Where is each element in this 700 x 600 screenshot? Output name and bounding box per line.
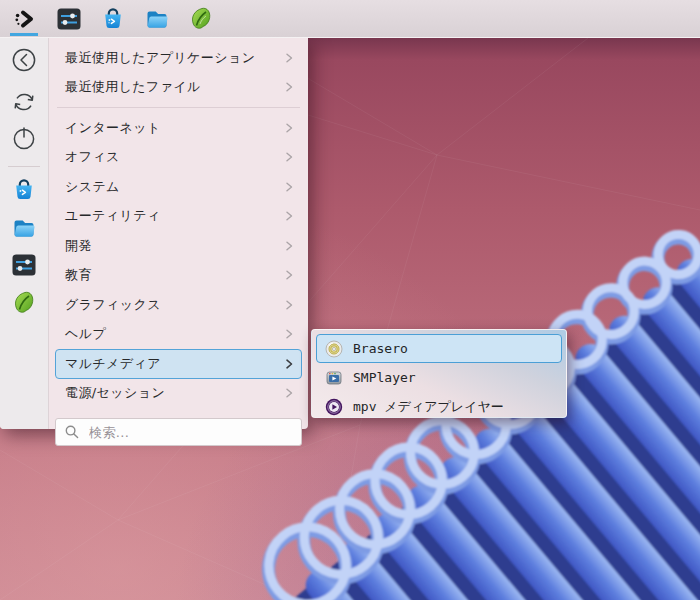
- shutdown-button[interactable]: [10, 124, 38, 152]
- chevron-right-icon: [283, 239, 295, 253]
- sidebar-leaf-app-button[interactable]: [10, 289, 38, 317]
- menu-item-label: インターネット: [65, 119, 161, 137]
- application-launcher-menu: 最近使用したアプリケーション 最近使用したファイル インターネット オフィス シ…: [0, 38, 308, 429]
- chevron-right-icon: [283, 150, 295, 164]
- menu-item-office[interactable]: オフィス: [55, 143, 302, 173]
- menu-item-power-session[interactable]: 電源/セッション: [55, 379, 302, 409]
- file-manager-icon: [144, 6, 170, 32]
- sidebar-discover-button[interactable]: [10, 176, 38, 204]
- menu-item-label: システム: [65, 178, 120, 196]
- submenu-item-brasero[interactable]: Brasero: [316, 334, 562, 363]
- chevron-right-icon: [283, 180, 295, 194]
- menu-item-label: 最近使用したファイル: [65, 78, 201, 96]
- search-box: [55, 418, 302, 446]
- menu-item-label: 開発: [65, 237, 92, 255]
- sidebar-system-settings-button[interactable]: [10, 251, 38, 279]
- discover-icon: [100, 6, 126, 32]
- panel-leaf-app-button[interactable]: [188, 6, 214, 32]
- system-settings-icon: [56, 6, 82, 32]
- sidebar-file-manager-button[interactable]: [10, 214, 38, 242]
- menu-item-utilities[interactable]: ユーティリティ: [55, 202, 302, 232]
- panel-discover-button[interactable]: [100, 6, 126, 32]
- menu-item-label: マルチメディア: [65, 355, 161, 373]
- submenu-item-label: SMPlayer: [353, 370, 416, 385]
- menu-item-system[interactable]: システム: [55, 172, 302, 202]
- app-launcher-button[interactable]: [12, 6, 38, 32]
- back-button[interactable]: [10, 46, 38, 74]
- refresh-icon: [10, 88, 38, 116]
- submenu-item-smplayer[interactable]: SMPlayer: [316, 363, 562, 392]
- submenu-item-label: Brasero: [353, 341, 408, 356]
- sidebar-separator: [8, 166, 40, 167]
- menu-item-label: オフィス: [65, 148, 120, 166]
- submenu-item-label: mpv メディアプレイヤー: [353, 398, 504, 416]
- top-panel: [0, 0, 700, 38]
- back-icon: [10, 46, 38, 74]
- chevron-right-icon: [283, 51, 295, 65]
- menu-item-recent-apps[interactable]: 最近使用したアプリケーション: [55, 43, 302, 73]
- discover-icon: [11, 177, 37, 203]
- chevron-right-icon: [283, 209, 295, 223]
- system-settings-icon: [11, 252, 37, 278]
- menu-item-development[interactable]: 開発: [55, 231, 302, 261]
- shutdown-icon: [10, 124, 38, 152]
- brasero-disc-icon: [325, 340, 343, 358]
- search-input[interactable]: [87, 424, 293, 441]
- menu-item-label: 教育: [65, 266, 92, 284]
- multimedia-submenu: Brasero SMPlayer mpv メディアプレイヤー: [311, 329, 567, 418]
- mpv-icon: [325, 398, 343, 416]
- menu-item-multimedia[interactable]: マルチメディア: [55, 349, 302, 379]
- smplayer-icon: [325, 369, 343, 387]
- menu-item-label: グラフィックス: [65, 296, 161, 314]
- panel-file-manager-button[interactable]: [144, 6, 170, 32]
- submenu-item-mpv[interactable]: mpv メディアプレイヤー: [316, 392, 562, 421]
- chevron-right-icon: [283, 268, 295, 282]
- chevron-right-icon: [283, 80, 295, 94]
- menu-item-graphics[interactable]: グラフィックス: [55, 290, 302, 320]
- menu-item-label: ユーティリティ: [65, 207, 161, 225]
- menu-item-internet[interactable]: インターネット: [55, 113, 302, 143]
- refresh-button[interactable]: [10, 88, 38, 116]
- chevron-right-icon: [283, 357, 295, 371]
- menu-item-education[interactable]: 教育: [55, 261, 302, 291]
- leaf-logo-icon: [11, 290, 37, 316]
- menu-item-label: 最近使用したアプリケーション: [65, 49, 255, 67]
- panel-system-settings-button[interactable]: [56, 6, 82, 32]
- app-launcher-icon: [12, 6, 38, 32]
- file-manager-icon: [11, 215, 37, 241]
- launcher-sidebar: [0, 38, 49, 429]
- menu-item-label: 電源/セッション: [65, 384, 165, 402]
- menu-item-recent-files[interactable]: 最近使用したファイル: [55, 73, 302, 103]
- menu-separator: [57, 107, 300, 108]
- leaf-logo-icon: [188, 6, 214, 32]
- menu-item-help[interactable]: ヘルプ: [55, 320, 302, 350]
- chevron-right-icon: [283, 386, 295, 400]
- menu-item-label: ヘルプ: [65, 325, 106, 343]
- launcher-category-list: 最近使用したアプリケーション 最近使用したファイル インターネット オフィス シ…: [49, 38, 308, 429]
- active-task-indicator: [10, 33, 38, 36]
- search-icon: [64, 424, 80, 440]
- chevron-right-icon: [283, 298, 295, 312]
- chevron-right-icon: [283, 327, 295, 341]
- chevron-right-icon: [283, 121, 295, 135]
